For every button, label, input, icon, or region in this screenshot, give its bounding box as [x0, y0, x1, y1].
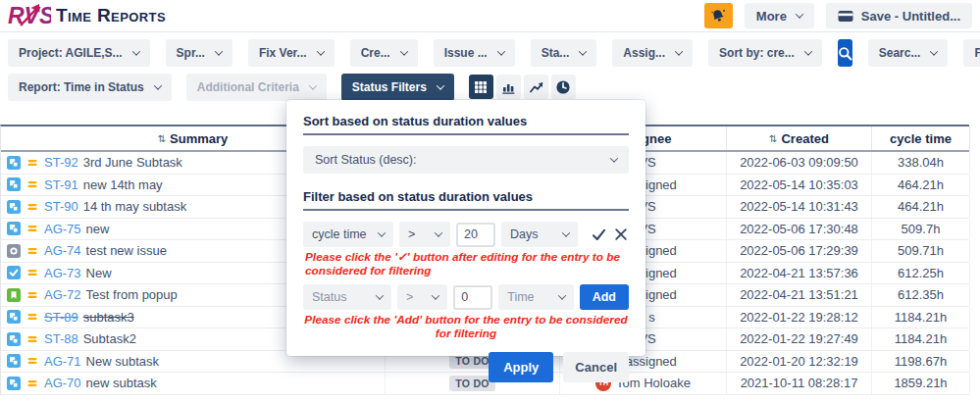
time-reports-app: RVS Time Reports More [0, 0, 980, 403]
cycle-time-value: 509.71h [872, 240, 970, 262]
issue-summary: Test from popup [86, 287, 178, 302]
line-chart-view-button[interactable] [524, 75, 548, 99]
cycle-time-value: 464.21h [872, 196, 970, 218]
save-card-icon [838, 10, 853, 23]
chevron-down-icon [154, 81, 162, 89]
filter-section-title: Filter based on status duration values [303, 189, 629, 211]
check-icon [591, 227, 607, 243]
filter1-remove-button[interactable] [613, 227, 629, 242]
chevron-down-icon [610, 154, 618, 162]
chevron-down-icon [557, 291, 565, 299]
apply-button[interactable]: Apply [489, 352, 553, 382]
issue-key-link[interactable]: ST-92 [44, 155, 78, 170]
priority-medium-icon [26, 377, 39, 390]
filter1-confirm-button[interactable] [591, 227, 607, 243]
filter-created-dropdown[interactable]: Cre... [350, 39, 418, 67]
save-report-button[interactable]: Save - Untitled... [826, 3, 972, 28]
bar-chart-view-icon [501, 80, 516, 94]
issue-type-icon [7, 200, 21, 214]
cycle-time-value: 1184.21h [872, 307, 970, 328]
created-value: 2022-05-06 17:29:39 [727, 240, 872, 262]
status-filters-dropdown[interactable]: Status Filters [341, 74, 454, 101]
table-view-button[interactable] [469, 75, 493, 99]
issue-key-link[interactable]: ST-91 [44, 177, 78, 192]
priority-medium-icon [26, 244, 39, 258]
issue-key-link[interactable]: ST-90 [44, 199, 78, 214]
filter-toolbar: Project: AGILE,S... Spr... Fix Ver... Cr… [8, 39, 972, 67]
filter-project-dropdown[interactable]: Project: AGILE,S... [8, 39, 150, 67]
chevron-down-icon [376, 291, 384, 299]
cycle-time-value: 338.04h [872, 152, 970, 174]
cancel-button[interactable]: Cancel [563, 352, 629, 382]
add-filter-button[interactable]: Add [580, 284, 629, 310]
issue-type-icon [7, 266, 21, 279]
issue-key-link[interactable]: AG-75 [44, 222, 81, 236]
issue-type-icon [7, 354, 21, 368]
sort-section-title: Sort based on status duration values [303, 114, 629, 135]
issue-type-icon [7, 156, 21, 170]
created-value: 2022-05-06 17:30:48 [727, 219, 872, 240]
cycle-time-value: 464.21h [872, 175, 970, 196]
popup-footer: Apply Cancel [303, 352, 629, 382]
cycle-time-value: 1184.21h [872, 328, 970, 350]
issue-summary: new 14th may [83, 177, 163, 192]
created-value: 2021-10-11 08:28:17 [727, 373, 872, 394]
filter2-hint: Please click the 'Add' button for the en… [303, 313, 629, 340]
created-value: 2022-05-14 10:35:03 [727, 175, 872, 196]
issue-key-link[interactable]: AG-74 [44, 243, 81, 258]
chevron-down-icon [803, 47, 811, 55]
filter-issue-type-dropdown[interactable]: Issue ... [434, 39, 515, 67]
chevron-down-icon [675, 47, 683, 55]
chevron-down-icon [435, 228, 442, 236]
bar-chart-view-button[interactable] [496, 75, 521, 99]
sort-icon: ⇅ [769, 133, 777, 144]
sort-status-select[interactable]: Sort Status (desc): [303, 146, 629, 174]
sort-by-dropdown[interactable]: Sort by: cre... [708, 39, 822, 67]
cycle-time-value: 509.7h [872, 219, 970, 240]
issue-key-link[interactable]: AG-71 [44, 354, 81, 369]
additional-criteria-dropdown[interactable]: Additional Criteria [186, 74, 327, 101]
cycle-time-value: 1198.67h [872, 351, 970, 373]
fields-dropdown[interactable]: Fields [963, 39, 980, 67]
search-text-dropdown[interactable]: Searc... [868, 39, 949, 67]
announcement-bell-button[interactable] [704, 3, 733, 28]
filter-sprint-dropdown[interactable]: Spr... [166, 39, 232, 67]
filter1-operator-select[interactable]: > [399, 222, 450, 247]
search-icon [838, 46, 852, 61]
filter2-operator-select[interactable]: > [397, 284, 447, 310]
created-value: 2022-06-03 09:09:50 [727, 152, 872, 174]
report-type-dropdown[interactable]: Report: Time in Status [8, 74, 172, 101]
priority-medium-icon [26, 222, 39, 235]
issue-summary: 3rd June Subtask [83, 155, 182, 170]
search-button[interactable] [838, 39, 852, 67]
created-value: 2022-01-22 19:28:12 [727, 307, 872, 328]
issue-type-icon [7, 222, 21, 235]
filter1-field-select[interactable]: cycle time [303, 222, 393, 247]
issue-type-icon [7, 377, 21, 390]
filter1-value-input[interactable] [456, 223, 495, 247]
column-header-created[interactable]: ⇅ Created [727, 126, 872, 150]
time-view-button[interactable] [551, 75, 576, 99]
issue-key-link[interactable]: ST-89 [44, 310, 78, 325]
line-chart-view-icon [529, 80, 543, 94]
issue-key-link[interactable]: AG-70 [44, 376, 81, 390]
issue-summary: new subtask [86, 376, 157, 390]
issue-key-link[interactable]: AG-72 [44, 287, 81, 302]
filter2-unit-select[interactable]: Time [498, 284, 573, 310]
issue-key-link[interactable]: AG-73 [44, 266, 81, 280]
filter-assignee-dropdown[interactable]: Assig... [612, 39, 693, 67]
chevron-down-icon [496, 47, 504, 55]
filter2-value-input[interactable] [453, 285, 492, 310]
filter-fix-version-dropdown[interactable]: Fix Ver... [248, 39, 335, 67]
issue-key-link[interactable]: ST-88 [44, 331, 78, 346]
filter-status-dropdown[interactable]: Sta... [531, 39, 597, 67]
filter1-unit-select[interactable]: Days [501, 222, 578, 247]
more-menu-button[interactable]: More [745, 3, 814, 28]
created-value: 2022-04-21 13:57:36 [727, 263, 872, 284]
issue-type-icon [7, 310, 21, 324]
view-switcher [469, 75, 576, 99]
chevron-down-icon [131, 47, 139, 55]
priority-medium-icon [26, 200, 39, 214]
priority-medium-icon [26, 156, 39, 170]
filter2-field-select[interactable]: Status [303, 284, 391, 310]
